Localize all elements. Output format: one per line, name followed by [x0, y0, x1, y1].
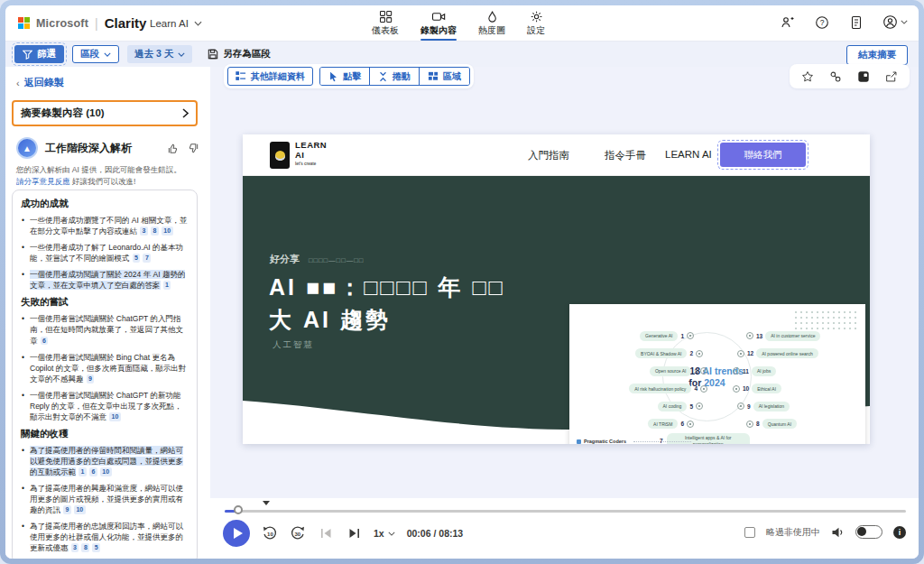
skip-inactivity-checkbox[interactable] [744, 527, 755, 538]
recording-ref-chip[interactable]: 9 [87, 374, 95, 384]
recording-ref-chip[interactable]: 5 [92, 543, 100, 552]
timeline-handle[interactable] [234, 505, 243, 514]
chevron-down-icon [178, 52, 185, 57]
player-right-controls: 略過非使用中 i [744, 525, 906, 539]
info-icon[interactable]: i [893, 526, 906, 539]
labels-icon[interactable] [857, 70, 870, 83]
nav-dashboard-label: 儀表板 [372, 24, 399, 37]
recording-ref-chip[interactable]: 10 [162, 227, 173, 236]
play-button[interactable] [223, 520, 250, 547]
site-nav-manual[interactable]: 指令手冊 [605, 149, 646, 162]
ai-trends-infographic: Top 13 AI trends for 2024 Generative AI1… [569, 304, 865, 444]
trend-item: AI risk hallucination policy4 [573, 384, 707, 394]
hero-title-line1: AI ■■：□□□□ 年 □□ [269, 272, 505, 304]
chevron-left-icon: ‹ [16, 78, 20, 88]
account-menu[interactable] [882, 14, 908, 30]
funnel-icon [23, 50, 32, 60]
nav-dashboard[interactable]: 儀表板 [370, 8, 401, 41]
failed-list: 一個使用者嘗試閱讀關於 ChatGPT 的入門指南，但在短時間內就放棄了，並返回… [21, 313, 189, 422]
clarity-wordmark: Clarity [105, 15, 147, 31]
player-controls: 10 30 1x 00:06 / 08:13 [223, 520, 463, 547]
summarize-recordings-row[interactable]: 摘要錄製內容 (10) [12, 100, 198, 126]
takeaways-list: 為了提高使用者的停留時間和閱讀量，網站可以避免使用過多的空白處或問題，並提供更多… [21, 445, 189, 554]
release-notes-icon[interactable] [848, 14, 864, 30]
recording-ref-chip[interactable]: 1 [79, 467, 87, 476]
save-segment-label: 另存為區段 [223, 48, 271, 60]
trend-item: AI TRiSM6 [573, 419, 694, 430]
recording-ref-chip[interactable]: 5 [133, 254, 141, 263]
dashboard-icon [379, 10, 393, 23]
playback-speed-dropdown[interactable]: 1x [374, 528, 395, 539]
hero-subtitle: 人工智慧 [273, 339, 314, 351]
autoplay-toggle[interactable] [855, 525, 882, 539]
contact-us-button[interactable]: 聯絡我們 [720, 143, 806, 167]
list-item: 一個使用者嘗試閱讀關於 ChatGPT 的新功能 Reply 的文章，但在文章中… [21, 390, 189, 422]
trend-item: AI coding5 [573, 401, 703, 411]
sidebar: ‹ 返回錄製 摘要錄製內容 (10) ▲ 工作階段深入解析 您的深入解析由 AI… [5, 67, 210, 559]
summarize-recordings-label: 摘要錄製內容 (10) [21, 106, 182, 120]
area-toggle[interactable]: 區域 [419, 68, 469, 85]
recording-ref-chip[interactable]: 8 [81, 543, 89, 552]
site-nav-guide[interactable]: 入門指南 [528, 149, 569, 162]
recording-ref-chip[interactable]: 3 [140, 227, 148, 236]
invite-share-icon[interactable] [780, 14, 795, 30]
previous-session-button[interactable] [318, 525, 334, 541]
rewind-10-button[interactable]: 10 [262, 525, 278, 541]
recording-ref-chip[interactable]: 6 [89, 467, 97, 476]
filter-label: 篩選 [37, 48, 56, 60]
thumbs-up-icon[interactable] [167, 143, 179, 154]
nav-settings-label: 設定 [527, 24, 545, 37]
save-segment-button[interactable]: 另存為區段 [208, 48, 271, 60]
more-details-button[interactable]: 其他詳細資料 [227, 67, 313, 86]
volume-icon[interactable] [831, 526, 845, 539]
favorite-star-icon[interactable] [801, 70, 814, 83]
project-name: Learn AI [150, 18, 189, 29]
date-range-dropdown[interactable]: 過去 3 天 [127, 45, 192, 63]
end-summary-button[interactable]: 結束摘要 [846, 45, 908, 65]
recording-ref-chip[interactable]: 6 [41, 337, 49, 346]
brand-logo-icon [577, 439, 581, 444]
clicks-toggle[interactable]: 點擊 [320, 68, 369, 85]
disclaimer-text: 您的深入解析由 AI 提供，因此可能會發生錯誤。 [16, 165, 181, 174]
forward-30-button[interactable]: 30 [290, 525, 306, 541]
recording-ref-chip[interactable]: 10 [100, 467, 112, 476]
trend-item: Generative AI1 [573, 330, 694, 341]
share-icon[interactable] [885, 70, 898, 83]
recording-ref-chip[interactable]: 10 [109, 412, 121, 421]
insight-text: 為了提高使用者的忠誠度和回訪率，網站可以使用更多的社群或個人化功能，並提供更多的… [30, 522, 183, 552]
app-window: Microsoft | Clarity Learn AI 儀表板 錄製內容 熱度… [0, 0, 924, 564]
site-header: LEARN AI let's create 入門指南 指令手冊 LEARN AI… [243, 134, 870, 176]
replay-actions [790, 64, 910, 88]
nav-recordings[interactable]: 錄製內容 [419, 8, 458, 41]
filter-button[interactable]: 篩選 [14, 45, 64, 63]
hero-title-line2: 大 AI 趨勢 [269, 304, 505, 337]
gear-icon [530, 10, 543, 23]
scroll-toggle[interactable]: 捲動 [369, 68, 419, 85]
recording-ref-chip[interactable]: 3 [71, 543, 79, 552]
nav-heatmaps[interactable]: 熱度圖 [476, 8, 507, 41]
copy-link-icon[interactable] [829, 70, 842, 83]
recording-ref-chip[interactable]: 8 [151, 227, 159, 236]
chevron-down-icon [901, 20, 908, 24]
timeline-scrubber[interactable] [225, 510, 906, 513]
list-item: 一個使用者嘗試閱讀關於 ChatGPT 的入門指南，但在短時間內就放棄了，並返回… [21, 313, 189, 346]
insight-text: 一個使用者嘗試閱讀關於 ChatGPT 的入門指南，但在短時間內就放棄了，並返回… [30, 314, 183, 345]
recording-ref-chip[interactable]: 10 [74, 505, 86, 514]
recording-ref-chip[interactable]: 9 [63, 505, 71, 514]
list-item: 一個使用者嘗試閱讀關於 Bing Chat 更名為 Copilot 的文章，但多… [21, 352, 189, 384]
site-nav-learnai[interactable]: LEARN AI [665, 149, 712, 160]
play-icon [234, 528, 243, 539]
help-icon[interactable]: ? [814, 14, 829, 30]
thumbs-down-icon[interactable] [188, 143, 199, 154]
event-marker[interactable] [263, 501, 270, 505]
trend-icon [737, 402, 744, 410]
section-heading-takeaways: 關鍵的收穫 [21, 428, 189, 440]
segment-dropdown[interactable]: 區段 [72, 45, 119, 63]
recording-ref-chip[interactable]: 7 [143, 254, 151, 263]
back-to-recordings[interactable]: ‹ 返回錄製 [16, 76, 64, 89]
recording-ref-chip[interactable]: 1 [163, 281, 171, 290]
next-session-button[interactable] [346, 525, 362, 541]
nav-settings[interactable]: 設定 [525, 8, 547, 41]
project-selector[interactable]: Learn AI [150, 18, 202, 29]
feedback-link[interactable]: 請分享意見反應 [16, 177, 70, 186]
